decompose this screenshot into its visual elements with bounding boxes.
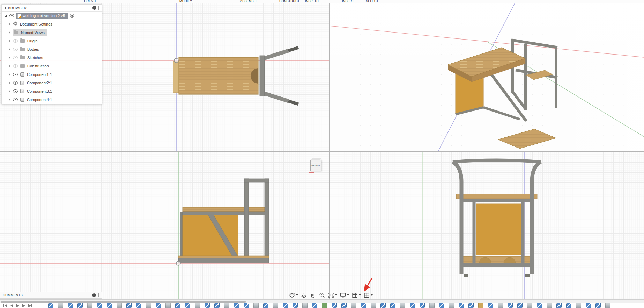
timeline-feature-43-sketch[interactable] <box>459 303 464 308</box>
browser-row-construction[interactable]: Construction <box>2 62 102 70</box>
timeline-feature-41-sketch[interactable] <box>439 303 444 308</box>
timeline-feature-38-sketch[interactable] <box>410 303 415 308</box>
timeline-feature-30-sketch[interactable] <box>332 303 337 308</box>
timeline-feature-1-sketch[interactable] <box>48 303 53 308</box>
timeline-feature-49-sketch[interactable] <box>517 303 523 308</box>
timeline-feature-16-feature[interactable] <box>195 303 200 308</box>
look-at-button[interactable] <box>300 292 308 299</box>
view-cube[interactable]: FRONT <box>310 160 321 171</box>
timeline-feature-58-feature[interactable] <box>605 303 610 308</box>
expand-arrow-icon[interactable] <box>9 48 10 51</box>
cart-front-view-model[interactable] <box>178 179 269 263</box>
timeline-feature-24-feature[interactable] <box>273 303 278 308</box>
timeline-feature-33-sketch[interactable] <box>361 303 366 308</box>
timeline-feature-34-feature[interactable] <box>371 303 376 308</box>
visibility-eye-icon[interactable] <box>13 39 18 43</box>
menu-modify[interactable]: MODIFY <box>179 0 192 3</box>
activate-component-radio[interactable] <box>70 14 74 18</box>
timeline-feature-15-sketch[interactable] <box>185 303 190 308</box>
step-back-button[interactable] <box>10 304 13 307</box>
timeline-feature-11-feature[interactable] <box>146 303 151 308</box>
browser-row-component2[interactable]: Component2:1 <box>2 79 102 87</box>
viewport-iso-view[interactable] <box>330 3 644 151</box>
menu-create[interactable]: CREATE <box>84 0 97 3</box>
expand-arrow-icon[interactable] <box>9 65 10 67</box>
minimize-panel-icon[interactable] <box>92 6 96 10</box>
timeline-feature-55-feature[interactable] <box>576 303 581 308</box>
browser-row-document[interactable]: welding cart version 2 v5 <box>2 12 102 20</box>
timeline-feature-56-sketch[interactable] <box>586 303 591 308</box>
timeline-feature-2-feature[interactable] <box>58 303 63 308</box>
timeline-feature-21-sketch[interactable] <box>244 303 249 308</box>
expand-arrow-icon[interactable] <box>9 81 10 84</box>
comments-drag-handle[interactable] <box>98 293 99 297</box>
visibility-eye-icon[interactable] <box>9 14 14 17</box>
timeline-feature-13-feature[interactable] <box>165 303 171 308</box>
timeline-feature-46-sketch[interactable] <box>488 303 493 308</box>
timeline-feature-5-feature[interactable] <box>87 303 92 308</box>
visibility-eye-icon[interactable] <box>13 98 18 101</box>
expand-arrow-icon[interactable] <box>9 23 10 26</box>
document-title-pill[interactable]: welding cart version 2 v5 <box>16 13 68 19</box>
timeline-feature-31-sketch[interactable] <box>341 303 347 308</box>
timeline-feature-4-sketch[interactable] <box>77 303 83 308</box>
timeline-feature-19-feature[interactable] <box>224 303 229 308</box>
timeline-feature-40-feature[interactable] <box>429 303 435 308</box>
cart-top-view-model[interactable] <box>173 48 298 104</box>
timeline-feature-6-sketch[interactable] <box>97 303 102 308</box>
browser-row-component1[interactable]: Component1:1 <box>2 70 102 79</box>
timeline-feature-14-sketch[interactable] <box>175 303 180 308</box>
browser-row-document-settings[interactable]: Document Settings <box>2 20 102 28</box>
timeline-feature-35-sketch[interactable] <box>380 303 386 308</box>
timeline-feature-53-sketch[interactable] <box>556 303 562 308</box>
timeline-feature-17-sketch[interactable] <box>205 303 210 308</box>
timeline-feature-45-plane[interactable] <box>478 303 483 308</box>
visibility-eye-icon[interactable] <box>13 64 18 68</box>
comments-panel[interactable]: COMMENTS <box>0 292 102 299</box>
zoom-button[interactable] <box>318 292 326 299</box>
viewport-divider-horizontal[interactable] <box>0 151 644 152</box>
timeline-feature-20-sketch[interactable] <box>234 303 239 308</box>
menu-insert[interactable]: INSERT <box>342 0 354 3</box>
grid-and-snaps-button[interactable] <box>351 292 361 299</box>
timeline-feature-47-feature[interactable] <box>498 303 503 308</box>
timeline-feature-3-sketch[interactable] <box>68 303 73 308</box>
play-button[interactable] <box>16 304 19 307</box>
expand-arrow-icon[interactable] <box>9 40 10 42</box>
timeline-feature-39-sketch[interactable] <box>420 303 425 308</box>
viewports-button[interactable] <box>363 292 373 299</box>
timeline-feature-8-feature[interactable] <box>117 303 122 308</box>
timeline-feature-29-joint[interactable] <box>322 303 327 308</box>
viewport-front-view[interactable] <box>0 152 329 299</box>
timeline-feature-57-sketch[interactable] <box>595 303 601 308</box>
timeline-feature-25-sketch[interactable] <box>283 303 288 308</box>
timeline-feature-50-feature[interactable] <box>527 303 532 308</box>
timeline-feature-23-sketch[interactable] <box>263 303 268 308</box>
browser-row-component4[interactable]: Component4:1 <box>2 95 102 104</box>
timeline-feature-7-sketch[interactable] <box>107 303 112 308</box>
expand-arrow-icon[interactable] <box>9 56 10 59</box>
visibility-eye-icon[interactable] <box>13 73 18 76</box>
timeline-feature-22-feature[interactable] <box>253 303 259 308</box>
timeline-feature-26-sketch[interactable] <box>293 303 298 308</box>
menu-construct[interactable]: CONSTRUCT <box>279 0 299 3</box>
panel-drag-handle[interactable] <box>98 6 99 10</box>
timeline-feature-28-sketch[interactable] <box>312 303 317 308</box>
expand-arrow-icon[interactable] <box>9 90 10 93</box>
browser-row-bodies[interactable]: Bodies <box>2 45 102 53</box>
timeline-feature-37-feature[interactable] <box>400 303 405 308</box>
timeline-feature-27-feature[interactable] <box>302 303 308 308</box>
expand-arrow-icon[interactable] <box>9 31 10 34</box>
cart-right-view-model[interactable] <box>453 160 541 277</box>
timeline-feature-51-sketch[interactable] <box>537 303 542 308</box>
visibility-eye-icon[interactable] <box>13 48 18 51</box>
skip-to-start-button[interactable] <box>3 304 7 307</box>
comments-minimize-icon[interactable] <box>92 293 96 297</box>
skip-to-end-button[interactable] <box>28 304 32 307</box>
fit-button[interactable] <box>327 292 338 299</box>
timeline-feature-48-sketch[interactable] <box>508 303 513 308</box>
timeline-feature-54-sketch[interactable] <box>566 303 571 308</box>
display-settings-button[interactable] <box>339 292 349 299</box>
collapse-panel-icon[interactable] <box>4 7 6 9</box>
browser-row-sketches[interactable]: Sketches <box>2 53 102 62</box>
